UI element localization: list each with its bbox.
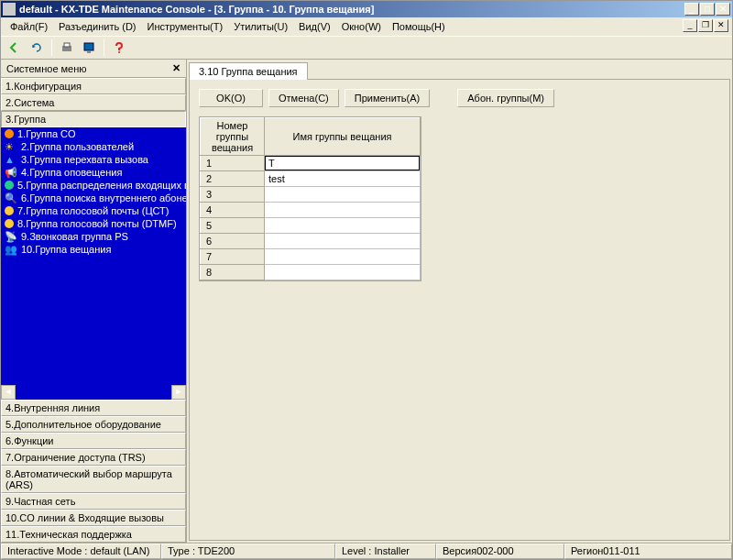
close-button[interactable]: ✕ xyxy=(716,3,730,16)
name-cell[interactable]: test xyxy=(265,171,421,187)
tree-label: 7.Группа голосовой почты (ЦСТ) xyxy=(17,205,170,216)
name-input[interactable] xyxy=(265,156,420,170)
svg-rect-1 xyxy=(64,43,70,47)
table-row: 5 xyxy=(201,218,421,234)
svg-rect-2 xyxy=(84,43,93,50)
tree-item-hunting-group[interactable]: 🔍6.Группа поиска внутреннего абонента xyxy=(1,192,186,204)
help-button[interactable] xyxy=(109,38,129,57)
row-number[interactable]: 2 xyxy=(201,171,265,187)
table-row: 8 xyxy=(201,265,421,280)
minimize-button[interactable]: _ xyxy=(684,3,699,16)
category-trs[interactable]: 7.Ограничение доступа (TRS) xyxy=(1,449,186,466)
category-optional[interactable]: 5.Дополнительное оборудование xyxy=(1,416,186,433)
header-group-number[interactable]: Номер группы вещания xyxy=(201,118,265,156)
tree-item-co-group[interactable]: 1.Группа CO xyxy=(1,127,186,140)
cancel-button[interactable]: Отмена(C) xyxy=(268,89,339,107)
name-cell[interactable] xyxy=(265,218,421,234)
mdi-close-button[interactable]: ✕ xyxy=(714,19,728,32)
row-number[interactable]: 8 xyxy=(201,265,265,280)
main-area: Системное меню ✕ 1.Конфигурация 2.Систем… xyxy=(1,60,732,543)
row-number[interactable]: 5 xyxy=(201,218,265,234)
tree-item-ps-ring-group[interactable]: 📡9.Звонковая группа PS xyxy=(1,230,186,243)
mdi-controls: _ ❐ ✕ xyxy=(683,19,728,34)
menu-window[interactable]: Окно(W) xyxy=(336,19,387,34)
antenna-icon: 📡 xyxy=(5,231,17,242)
category-maintenance[interactable]: 11.Техническая поддержка xyxy=(1,526,186,543)
category-system[interactable]: 2.Система xyxy=(1,94,186,111)
status-type: Type : TDE200 xyxy=(161,544,335,559)
tree-item-vm-dtmf-group[interactable]: 8.Группа голосовой почты (DTMF) xyxy=(1,217,186,230)
name-cell[interactable] xyxy=(265,234,421,249)
people-icon: 👥 xyxy=(5,244,17,255)
category-private-network[interactable]: 9.Частная сеть xyxy=(1,493,186,510)
titlebar: default - KX-TDE Maintenance Console - [… xyxy=(1,1,732,17)
mdi-restore-button[interactable]: ❐ xyxy=(698,19,713,32)
tree-item-broadcast-group[interactable]: 👥10.Группа вещания xyxy=(1,243,186,256)
tree-panel: 1.Группа CO ☀2.Группа пользователей ▲3.Г… xyxy=(1,127,186,400)
tab-strip: 3.10 Группа вещания xyxy=(189,61,730,80)
row-number[interactable]: 4 xyxy=(201,203,265,218)
tree-item-pickup-group[interactable]: ▲3.Группа перехвата вызова xyxy=(1,153,186,166)
members-button[interactable]: Абон. группы(M) xyxy=(457,89,554,107)
menu-disconnect[interactable]: Разъединить (D) xyxy=(53,19,141,34)
button-row: OK(O) Отмена(C) Применить(A) Абон. групп… xyxy=(199,89,720,107)
row-number[interactable]: 1 xyxy=(201,156,265,171)
app-icon xyxy=(3,3,16,16)
ok-button[interactable]: OK(O) xyxy=(199,89,263,107)
svg-rect-3 xyxy=(87,51,91,53)
tree-label: 1.Группа CO xyxy=(17,128,76,139)
toolbar-separator xyxy=(51,39,52,56)
name-cell[interactable] xyxy=(265,203,421,218)
titlebar-title: default - KX-TDE Maintenance Console - [… xyxy=(19,4,684,15)
name-cell[interactable] xyxy=(265,249,421,265)
triangle-icon: ▲ xyxy=(5,154,17,165)
sidebar-title: Системное меню xyxy=(6,63,172,74)
table-row: 3 xyxy=(201,187,421,203)
apply-button[interactable]: Применить(A) xyxy=(345,89,431,107)
menu-file[interactable]: Файл(F) xyxy=(5,19,53,34)
sidebar: Системное меню ✕ 1.Конфигурация 2.Систем… xyxy=(1,60,187,543)
category-features[interactable]: 6.Функции xyxy=(1,433,186,449)
scroll-right-button[interactable]: ► xyxy=(171,385,186,400)
category-extension[interactable]: 4.Внутренняя линия xyxy=(1,400,186,416)
tree-item-user-group[interactable]: ☀2.Группа пользователей xyxy=(1,140,186,153)
screen-button[interactable] xyxy=(79,38,99,57)
category-configuration[interactable]: 1.Конфигурация xyxy=(1,78,186,94)
name-cell[interactable] xyxy=(265,187,421,203)
category-group[interactable]: 3.Группа xyxy=(1,111,186,127)
name-cell-editing[interactable] xyxy=(265,156,421,171)
tree-item-vm-dpt-group[interactable]: 7.Группа голосовой почты (ЦСТ) xyxy=(1,204,186,217)
category-co-incoming[interactable]: 10.CO линии & Входящие вызовы xyxy=(1,510,186,526)
menu-utilities[interactable]: Утилиты(U) xyxy=(228,19,293,34)
menu-view[interactable]: Вид(V) xyxy=(293,19,336,34)
name-cell[interactable] xyxy=(265,265,421,280)
menu-help[interactable]: Помощь(H) xyxy=(387,19,451,34)
maximize-button[interactable]: □ xyxy=(700,3,715,16)
mdi-minimize-button[interactable]: _ xyxy=(683,19,697,32)
tree-label: 10.Группа вещания xyxy=(21,244,111,255)
status-region: Регион011-011 xyxy=(564,544,732,559)
status-version: Версия002-000 xyxy=(436,544,564,559)
row-number[interactable]: 3 xyxy=(201,187,265,203)
sidebar-close-button[interactable]: ✕ xyxy=(172,62,181,74)
menu-tools[interactable]: Инструменты(T) xyxy=(142,19,229,34)
tree-label: 8.Группа голосовой почты (DTMF) xyxy=(17,218,177,229)
table-row: 1 xyxy=(201,156,421,171)
tree-item-incoming-group[interactable]: 5.Группа распределения входящих вызовов xyxy=(1,179,186,192)
row-number[interactable]: 7 xyxy=(201,249,265,265)
tree-label: 9.Звонковая группа PS xyxy=(21,231,128,242)
header-group-name[interactable]: Имя группы вещания xyxy=(265,118,421,156)
tab-broadcast-group[interactable]: 3.10 Группа вещания xyxy=(189,62,308,80)
refresh-button[interactable] xyxy=(27,38,47,57)
scroll-left-button[interactable]: ◄ xyxy=(1,385,16,400)
tree-item-paging-group[interactable]: 📢4.Группа оповещения xyxy=(1,166,186,179)
tree-label: 3.Группа перехвата вызова xyxy=(21,154,148,165)
status-mode: Interactive Mode : default (LAN) xyxy=(1,544,161,559)
mail-icon xyxy=(5,219,14,228)
category-ars[interactable]: 8.Автоматический выбор маршрута (ARS) xyxy=(1,466,186,493)
print-button[interactable] xyxy=(57,38,77,57)
window-controls: _ □ ✕ xyxy=(684,3,730,16)
row-number[interactable]: 6 xyxy=(201,234,265,249)
table-row: 7 xyxy=(201,249,421,265)
back-button[interactable] xyxy=(5,38,25,57)
